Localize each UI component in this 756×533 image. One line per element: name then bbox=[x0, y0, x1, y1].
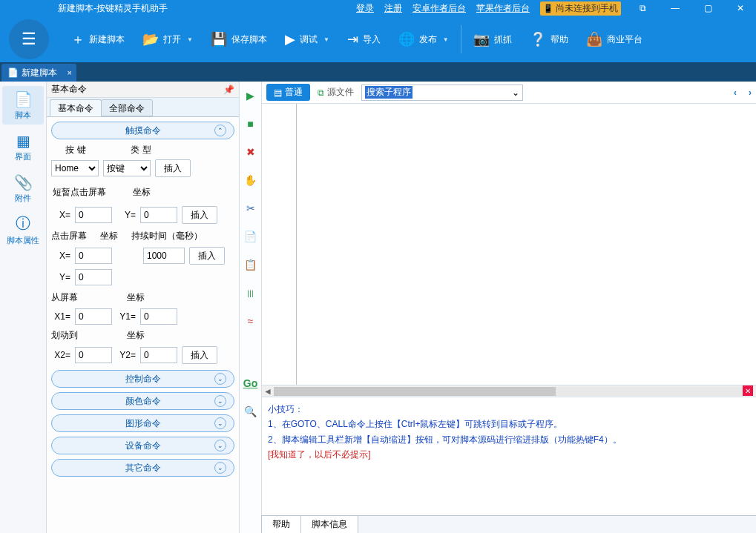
code-editor[interactable] bbox=[262, 104, 756, 385]
market-button[interactable]: 👜商业平台 bbox=[577, 16, 651, 62]
close-icon[interactable]: ✕ bbox=[729, 1, 752, 15]
tap-x-input[interactable] bbox=[75, 207, 112, 223]
tab-basic-commands[interactable]: 基本命令 bbox=[50, 99, 102, 116]
save-button[interactable]: 💾保存脚本 bbox=[202, 16, 276, 62]
hold-x-input[interactable] bbox=[75, 248, 112, 264]
horizontal-scrollbar[interactable]: ◄ ► bbox=[262, 385, 756, 397]
tap-label: 点击屏幕 bbox=[51, 230, 87, 242]
editor-toolstrip: ▶ ■ ✖ ✋ ✂ 📄 📋 ⫼ ≈ Go 🔍 bbox=[240, 82, 262, 533]
insert-key-button[interactable]: 插入 bbox=[155, 159, 191, 177]
play-icon: ▶ bbox=[285, 31, 295, 47]
group-device[interactable]: 设备命令⌄ bbox=[51, 437, 234, 454]
from-label: 从屏幕 bbox=[51, 291, 78, 304]
group-other[interactable]: 其它命令⌄ bbox=[51, 459, 234, 477]
panel-title: 基本命令 bbox=[51, 83, 87, 96]
phone-status: 📱 尚未连接到手机 bbox=[540, 1, 621, 16]
goto-icon[interactable]: Go bbox=[243, 375, 259, 391]
mode-normal-button[interactable]: ▤普通 bbox=[266, 84, 310, 101]
duration-input[interactable] bbox=[143, 248, 185, 264]
debug-button[interactable]: ▶调试▼ bbox=[276, 16, 338, 62]
sidebar-item-ui[interactable]: ▦界面 bbox=[2, 128, 44, 166]
type-select[interactable]: 按键 bbox=[103, 160, 151, 176]
capture-button[interactable]: 📷抓抓 bbox=[464, 16, 521, 62]
tab-new-script[interactable]: 📄 新建脚本 × bbox=[1, 64, 76, 82]
swipe-x2-input[interactable] bbox=[75, 347, 112, 363]
comment-icon[interactable]: ≈ bbox=[243, 313, 259, 329]
sidebar-item-props[interactable]: ⓘ脚本属性 bbox=[2, 211, 44, 249]
script-icon: 📄 bbox=[14, 90, 33, 108]
insert-swipe-button[interactable]: 插入 bbox=[182, 346, 217, 364]
delete-icon[interactable]: ✖ bbox=[243, 144, 259, 160]
hold-y-input[interactable] bbox=[75, 269, 112, 285]
globe-icon: 🌐 bbox=[398, 31, 415, 47]
import-icon: ⇥ bbox=[347, 31, 358, 47]
nav-prev-button[interactable]: ‹ bbox=[734, 87, 737, 98]
group-touch[interactable]: 触摸命令⌃ bbox=[51, 122, 234, 139]
group-graphic[interactable]: 图形命令⌄ bbox=[51, 414, 234, 432]
layout-icon: ▦ bbox=[16, 132, 30, 150]
duration-label: 持续时间（毫秒） bbox=[131, 230, 203, 242]
key-select[interactable]: Home bbox=[51, 160, 99, 176]
new-window-icon[interactable]: ⧉ bbox=[631, 1, 654, 15]
swipe-y1-input[interactable] bbox=[140, 308, 177, 325]
register-link[interactable]: 注册 bbox=[384, 2, 402, 15]
pin-icon[interactable]: 📌 bbox=[223, 85, 234, 95]
tap-short-label: 短暂点击屏幕 bbox=[53, 186, 106, 199]
chevron-down-icon: ▼ bbox=[187, 36, 193, 43]
maximize-icon[interactable]: ▢ bbox=[697, 1, 719, 15]
tips-title: 小技巧： bbox=[268, 402, 750, 417]
tab-close-icon[interactable]: × bbox=[68, 68, 72, 77]
tab-script-info[interactable]: 脚本信息 bbox=[300, 515, 358, 533]
run-icon[interactable]: ▶ bbox=[243, 87, 259, 104]
coord-label: 坐标 bbox=[133, 186, 151, 199]
copy-icon[interactable]: 📄 bbox=[243, 228, 259, 245]
tab-help[interactable]: 帮助 bbox=[261, 515, 301, 533]
group-control[interactable]: 控制命令⌄ bbox=[51, 370, 234, 388]
open-button[interactable]: 📂打开▼ bbox=[134, 16, 202, 62]
group-color[interactable]: 颜色命令⌄ bbox=[51, 392, 234, 410]
menu-button[interactable]: ☰ bbox=[9, 19, 49, 59]
nav-next-button[interactable]: › bbox=[749, 87, 752, 98]
mode-source-button[interactable]: ⧉源文件 bbox=[318, 86, 354, 99]
type-label: 类 型 bbox=[116, 144, 165, 156]
stop-icon[interactable]: ■ bbox=[243, 116, 259, 132]
search-subroutine-select[interactable]: 搜索子程序⌄ bbox=[361, 85, 523, 101]
insert-hold-button[interactable]: 插入 bbox=[189, 247, 225, 265]
login-link[interactable]: 登录 bbox=[356, 2, 374, 15]
collapse-icon: ⌃ bbox=[214, 125, 226, 136]
android-dev-link[interactable]: 安卓作者后台 bbox=[412, 2, 466, 15]
tap-y-input[interactable] bbox=[140, 207, 177, 223]
scroll-left-icon[interactable]: ◄ bbox=[262, 386, 274, 397]
help-icon: ❔ bbox=[530, 31, 546, 47]
help-button[interactable]: ❔帮助 bbox=[521, 16, 577, 62]
swipe-x1-input[interactable] bbox=[75, 308, 112, 325]
left-sidebar: 📄脚本 ▦界面 📎附件 ⓘ脚本属性 bbox=[0, 82, 47, 533]
swipe-y2-input[interactable] bbox=[140, 347, 177, 363]
expand-icon: ⌄ bbox=[214, 395, 226, 407]
find-icon[interactable]: 🔍 bbox=[243, 403, 259, 420]
sidebar-item-script[interactable]: 📄脚本 bbox=[2, 86, 44, 125]
tips-line2: 2、脚本编辑工具栏新增【自动缩进】按钮，可对脚本源码进行缩进排版（功能热键F4）… bbox=[268, 432, 750, 447]
tab-all-commands[interactable]: 全部命令 bbox=[101, 99, 153, 116]
tab-label: 新建脚本 bbox=[22, 67, 57, 79]
main-toolbar: ☰ ＋新建脚本 📂打开▼ 💾保存脚本 ▶调试▼ ⇥导入 🌐发布▼ 📷抓抓 ❔帮助… bbox=[0, 16, 756, 62]
close-tips-icon[interactable]: ✕ bbox=[743, 385, 753, 396]
sidebar-item-attach[interactable]: 📎附件 bbox=[2, 169, 44, 208]
insert-tap-button[interactable]: 插入 bbox=[182, 206, 217, 224]
minimize-icon[interactable]: — bbox=[664, 1, 686, 15]
new-script-button[interactable]: ＋新建脚本 bbox=[62, 16, 134, 62]
title-bar: 新建脚本-按键精灵手机助手 登录 注册 安卓作者后台 苹果作者后台 📱 尚未连接… bbox=[0, 0, 756, 16]
ios-dev-link[interactable]: 苹果作者后台 bbox=[476, 2, 530, 15]
paste-icon[interactable]: 📋 bbox=[243, 256, 259, 273]
import-button[interactable]: ⇥导入 bbox=[338, 16, 389, 62]
cut-icon[interactable]: ✂ bbox=[243, 200, 259, 216]
tips-line1: 1、在GOTO、CALL命令上按住【Ctrl+鼠标左键】可跳转到目标或子程序。 bbox=[268, 417, 750, 431]
indent-icon[interactable]: ⫼ bbox=[243, 285, 259, 301]
plus-icon: ＋ bbox=[71, 30, 85, 48]
bag-icon: 👜 bbox=[586, 31, 602, 47]
tips-dismiss-link[interactable]: [我知道了，以后不必提示] bbox=[268, 447, 750, 462]
command-panel: 基本命令 📌 基本命令 全部命令 触摸命令⌃ 按 键类 型 Home 按键 插入… bbox=[47, 82, 240, 533]
attach-icon: 📎 bbox=[14, 173, 33, 191]
hand-icon[interactable]: ✋ bbox=[243, 172, 259, 188]
publish-button[interactable]: 🌐发布▼ bbox=[389, 16, 458, 62]
